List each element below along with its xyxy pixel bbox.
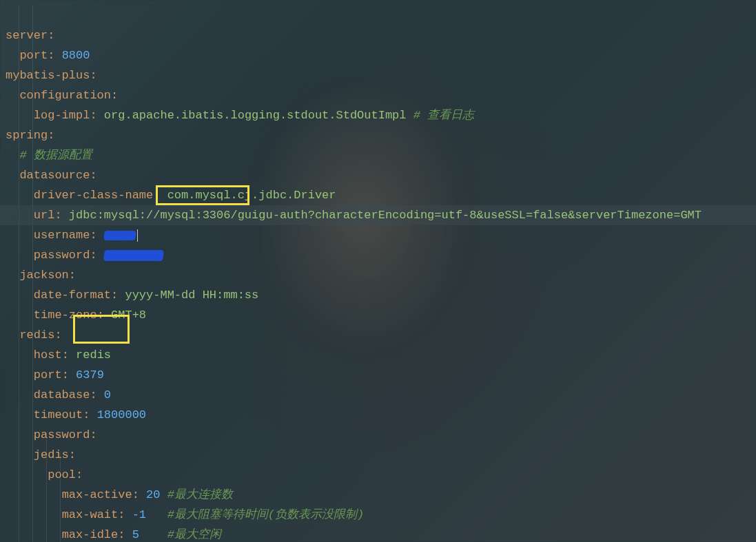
val-url-suffix: /guigu-auth?characterEncoding=utf-8&useS… bbox=[230, 209, 702, 222]
key-server: server bbox=[6, 29, 48, 42]
key-configuration: configuration bbox=[19, 89, 111, 102]
val-url-prefix: jdbc:mysql: bbox=[69, 209, 146, 222]
key-time-zone: time-zone bbox=[34, 309, 97, 322]
key-redis-host: host bbox=[34, 348, 62, 362]
key-pool: pool bbox=[48, 468, 76, 481]
val-max-wait: -1 bbox=[132, 508, 146, 521]
val-date-format: yyyy-MM-dd HH:mm:ss bbox=[125, 289, 258, 302]
val-url-boxed: //mysql:3306 bbox=[146, 209, 230, 222]
val-max-idle: 5 bbox=[132, 528, 139, 541]
val-redis-port: 6379 bbox=[76, 368, 104, 382]
comment-datasource: # 数据源配置 bbox=[19, 149, 92, 162]
comment-max-wait: #最大阻塞等待时间(负数表示没限制) bbox=[167, 508, 365, 521]
redacted-password bbox=[103, 250, 164, 261]
key-max-active: max-active bbox=[62, 488, 132, 501]
key-redis-password: password bbox=[34, 428, 90, 441]
key-redis-port: port bbox=[34, 368, 62, 382]
comment-max-idle: #最大空闲 bbox=[167, 528, 221, 541]
text-caret bbox=[137, 229, 138, 242]
comment-log: # 查看日志 bbox=[413, 109, 474, 122]
key-redis-timeout: timeout bbox=[34, 408, 83, 421]
code-editor[interactable]: server: port: 8800 mybatis-plus: configu… bbox=[0, 0, 756, 542]
key-jedis: jedis bbox=[34, 448, 69, 461]
val-driver: com.mysql.cj.jdbc.Driver bbox=[167, 189, 336, 202]
key-max-idle: max-idle bbox=[62, 528, 119, 541]
key-log-impl: log-impl bbox=[34, 109, 90, 122]
val-server-port: 8800 bbox=[62, 49, 90, 62]
key-server-port: port bbox=[19, 49, 48, 62]
key-jackson: jackson bbox=[19, 269, 68, 282]
key-spring: spring bbox=[6, 129, 48, 142]
comment-max-active: #最大连接数 bbox=[167, 488, 233, 501]
val-time-zone: GMT+8 bbox=[111, 309, 146, 322]
key-datasource: datasource bbox=[19, 169, 90, 182]
key-mybatis: mybatis-plus bbox=[6, 69, 90, 82]
val-max-active: 20 bbox=[146, 488, 160, 501]
key-url: url bbox=[34, 209, 55, 222]
val-redis-database: 0 bbox=[104, 388, 111, 402]
val-redis-host: redis bbox=[76, 348, 111, 362]
key-date-format: date-format bbox=[34, 289, 111, 302]
redacted-username bbox=[103, 231, 136, 240]
key-driver: driver-class-name bbox=[34, 189, 153, 202]
key-username: username bbox=[34, 229, 90, 242]
key-redis-database: database bbox=[34, 388, 90, 402]
key-redis: redis bbox=[19, 329, 54, 342]
val-log-impl: org.apache.ibatis.logging.stdout.StdOutI… bbox=[104, 109, 407, 122]
key-max-wait: max-wait bbox=[62, 508, 119, 521]
val-redis-timeout: 1800000 bbox=[97, 408, 146, 421]
key-password: password bbox=[34, 249, 90, 262]
